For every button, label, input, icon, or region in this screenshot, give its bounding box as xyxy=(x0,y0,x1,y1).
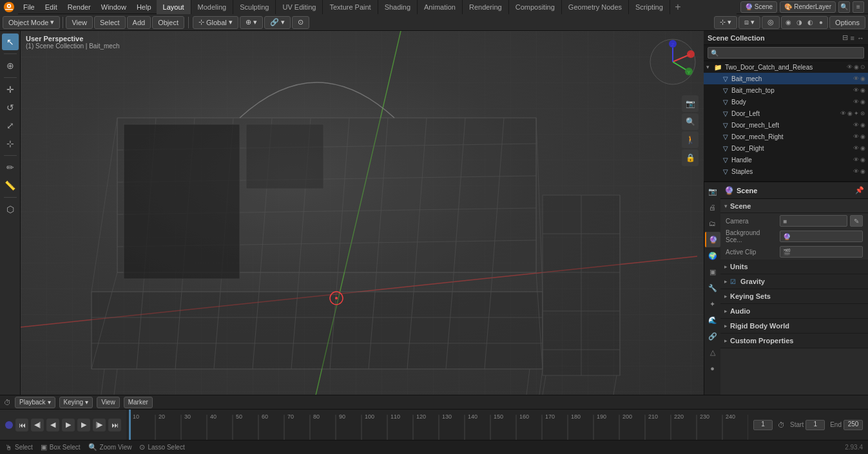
proportional-editing[interactable]: ⊙ xyxy=(292,16,309,29)
outliner-sync-icon[interactable]: ↔ xyxy=(857,34,864,42)
eye-icon-handle[interactable]: 👁 xyxy=(853,156,859,163)
audio-section-header[interactable]: ▸ Audio xyxy=(720,304,868,318)
view-layer-props-icon[interactable]: 🗂 xyxy=(705,216,720,231)
viewport-gizmo[interactable]: X Y Z xyxy=(647,36,699,88)
start-frame-value[interactable]: 1 xyxy=(805,420,825,430)
marker-menu[interactable]: Marker xyxy=(124,397,153,408)
tab-modeling[interactable]: Modeling xyxy=(191,0,234,14)
props-pin-icon[interactable]: 📌 xyxy=(855,186,864,194)
walk-navigate-btn[interactable]: 🚶 xyxy=(682,131,699,148)
outliner-item-door-mech-right[interactable]: ▽ Door_mech_Right 👁 ◉ xyxy=(704,131,868,142)
camera-icon-bait-mech[interactable]: ◉ xyxy=(860,75,865,82)
transform-tool[interactable]: ⊹ xyxy=(2,135,19,152)
jump-start-btn[interactable]: ⏮ xyxy=(15,419,28,431)
custom-props-section-header[interactable]: ▸ Custom Properties xyxy=(720,334,868,348)
annotate-tool[interactable]: ✏ xyxy=(2,159,19,176)
tab-texture-paint[interactable]: Texture Paint xyxy=(323,0,378,14)
gravity-section-header[interactable]: ▸ ☑ Gravity xyxy=(720,274,868,288)
physics-props-icon[interactable]: 🌊 xyxy=(705,312,720,328)
eye-icon-root[interactable]: 👁 xyxy=(847,64,853,70)
measure-tool[interactable]: 📏 xyxy=(2,177,19,194)
select-icon-root[interactable]: ⊙ xyxy=(860,64,865,70)
outliner-item-body[interactable]: ▽ Body 👁 ◉ xyxy=(704,96,868,108)
timeline-icon[interactable]: ⏱ xyxy=(4,399,11,406)
current-frame-value[interactable]: 1 xyxy=(753,420,773,430)
camera-view-btn[interactable]: 📷 xyxy=(682,95,699,112)
bone-icon-door-left[interactable]: ✦ xyxy=(854,110,859,117)
pivot-point[interactable]: ⊕ ▾ xyxy=(240,16,263,29)
keying-sets-header[interactable]: ▸ Keying Sets xyxy=(720,289,868,303)
search-button[interactable]: 🔍 xyxy=(838,1,850,13)
eye-icon-door-left[interactable]: 👁 xyxy=(840,110,846,117)
outliner-item-staples[interactable]: ▽ Staples 👁 ◉ xyxy=(704,166,868,177)
tab-layout[interactable]: Layout xyxy=(157,0,191,14)
blender-logo[interactable] xyxy=(0,0,18,14)
data-props-icon[interactable]: △ xyxy=(705,345,720,360)
view-menu-tl[interactable]: View xyxy=(97,397,120,408)
scale-tool[interactable]: ⤢ xyxy=(2,117,19,134)
units-section-header[interactable]: ▸ Units xyxy=(720,260,868,274)
particles-props-icon[interactable]: ✦ xyxy=(705,296,720,312)
move-tool[interactable]: ✛ xyxy=(2,81,19,98)
eye-icon-door-right[interactable]: 👁 xyxy=(853,145,859,151)
camera-icon-door-right[interactable]: ◉ xyxy=(860,145,865,151)
extra-icon-door-left[interactable]: ⊗ xyxy=(860,110,865,117)
outliner-item-door-mech-left[interactable]: ▽ Door_mech_Left 👁 ◉ xyxy=(704,119,868,131)
camera-icon-door-left[interactable]: ◉ xyxy=(847,110,853,117)
active-clip-value[interactable]: 🎬 xyxy=(780,246,863,258)
add-menu[interactable]: Add xyxy=(127,16,151,29)
play-toggle-indicator[interactable] xyxy=(5,421,13,429)
camera-icon-door-mech-right[interactable]: ◉ xyxy=(860,133,865,140)
outliner-item-door-right[interactable]: ▽ Door_Right 👁 ◉ xyxy=(704,142,868,154)
outliner-item-root[interactable]: ▾ 📁 Two_Door_Catch_and_Releas 👁 ◉ ⊙ xyxy=(704,61,868,73)
rotate-tool[interactable]: ↺ xyxy=(2,99,19,116)
transform-orientation[interactable]: ⊹ Global ▾ xyxy=(193,16,238,29)
menu-render[interactable]: Render xyxy=(63,0,96,14)
rigid-body-section-header[interactable]: ▸ Rigid Body World xyxy=(720,319,868,333)
menu-edit[interactable]: Edit xyxy=(40,0,63,14)
end-frame-value[interactable]: 250 xyxy=(844,420,863,430)
gizmos-toggle[interactable]: ⊹ ▾ xyxy=(714,16,737,29)
tab-rendering[interactable]: Rendering xyxy=(463,0,509,14)
outliner-options-icon[interactable]: ≡ xyxy=(851,34,854,42)
camera-value[interactable]: ■ xyxy=(780,215,847,227)
outliner-item-bait-mech[interactable]: ▽ Bait_mech 👁 ◉ xyxy=(704,73,868,84)
renderlayer-selector[interactable]: 🎨 RenderLayer xyxy=(780,1,836,13)
output-props-icon[interactable]: 🖨 xyxy=(705,200,720,215)
prev-frame-btn[interactable]: ◀ xyxy=(46,419,59,431)
next-frame-btn[interactable]: ▶ xyxy=(77,419,90,431)
camera-icon-handle[interactable]: ◉ xyxy=(860,156,865,163)
eye-icon-body[interactable]: 👁 xyxy=(853,99,859,105)
camera-eyedropper[interactable]: ✎ xyxy=(850,215,863,227)
eye-icon-door-mech-left[interactable]: 👁 xyxy=(853,122,859,128)
material-props-icon[interactable]: ● xyxy=(705,361,720,376)
camera-icon-root[interactable]: ◉ xyxy=(854,64,859,70)
outliner-filter-icon[interactable]: ⊟ xyxy=(842,33,848,42)
background-scene-value[interactable]: 🔮 xyxy=(780,231,863,242)
scene-section-header[interactable]: ▾ Scene xyxy=(720,199,868,213)
gravity-checkbox[interactable]: ☑ xyxy=(730,278,736,285)
material-shading[interactable]: ◑ xyxy=(794,17,804,28)
render-props-icon[interactable]: 📷 xyxy=(705,184,720,199)
eye-icon-staples[interactable]: 👁 xyxy=(853,168,859,175)
viewport-3d[interactable]: User Perspective (1) Scene Collection | … xyxy=(21,31,704,395)
tab-geometry-nodes[interactable]: Geometry Nodes xyxy=(562,0,629,14)
tab-uv-editing[interactable]: UV Editing xyxy=(276,0,323,14)
tab-shading[interactable]: Shading xyxy=(378,0,418,14)
solid-shading[interactable]: ◉ xyxy=(783,17,793,28)
camera-icon-door-mech-left[interactable]: ◉ xyxy=(860,122,865,128)
modifier-props-icon[interactable]: 🔧 xyxy=(705,280,720,296)
add-workspace-button[interactable]: + xyxy=(670,0,686,14)
menu-file[interactable]: File xyxy=(18,0,40,14)
camera-icon-staples[interactable]: ◉ xyxy=(860,168,865,175)
tab-sculpting[interactable]: Sculpting xyxy=(233,0,276,14)
select-menu[interactable]: Select xyxy=(94,16,126,29)
next-keyframe-btn[interactable]: |▶ xyxy=(93,419,106,431)
eye-icon-bait-mech[interactable]: 👁 xyxy=(853,75,859,82)
options-btn[interactable]: Options xyxy=(829,16,865,29)
world-props-icon[interactable]: 🌍 xyxy=(705,248,720,263)
outliner-search-input[interactable] xyxy=(708,47,864,59)
outliner-item-handle[interactable]: ▽ Handle 👁 ◉ xyxy=(704,154,868,166)
menu-help[interactable]: Help xyxy=(131,0,157,14)
outliner-item-bait-mech-top[interactable]: ▽ Bait_mech_top 👁 ◉ xyxy=(704,84,868,96)
